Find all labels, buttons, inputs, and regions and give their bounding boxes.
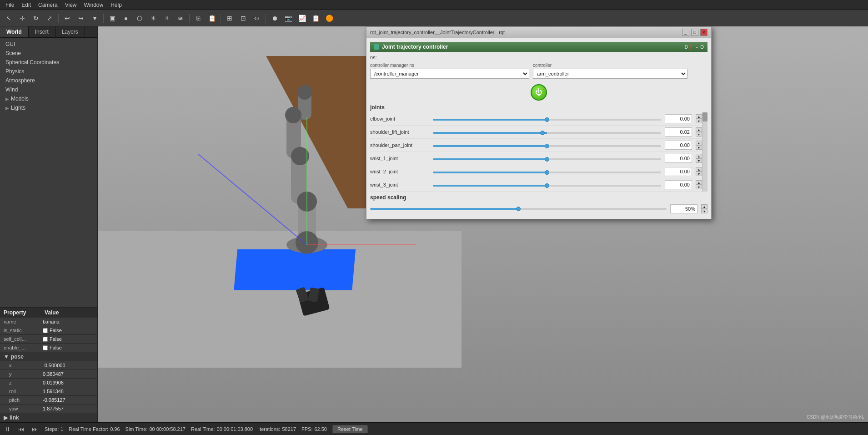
rqt-maximize-btn[interactable]: □ (691, 29, 698, 36)
rqt-power-btn[interactable]: ⏻ (531, 84, 547, 101)
rqt-spin-up-wrist2[interactable]: ▲ (696, 167, 702, 172)
tree-item-wind[interactable]: Wind (0, 85, 97, 94)
redo-arrow-btn[interactable]: ▾ (89, 12, 100, 24)
sun-btn[interactable]: ☀ (147, 12, 159, 24)
menu-help[interactable]: Help (107, 1, 125, 9)
menu-edit[interactable]: Edit (18, 1, 35, 9)
mesh-btn[interactable]: ⌗ (161, 12, 173, 24)
tree-item-physics[interactable]: Physics (0, 67, 97, 76)
paste-btn[interactable]: 📋 (206, 12, 218, 24)
copy-btn[interactable]: ⎘ (192, 12, 204, 24)
rqt-titlebar[interactable]: rqt_joint_trajectory_controller__JointTr… (366, 27, 711, 38)
rqt-spin-up-wrist3[interactable]: ▲ (696, 180, 702, 185)
rqt-dash-btn[interactable]: - (696, 45, 697, 50)
rqt-close-btn[interactable]: ✕ (700, 29, 707, 36)
fps-item: FPS: 62.50 (301, 426, 327, 432)
rqt-joint-val-shoulder-pan[interactable] (665, 141, 692, 150)
rqt-spin-up-shoulder-pan[interactable]: ▲ (696, 141, 702, 145)
rqt-scrollbar-thumb[interactable] (702, 112, 707, 121)
mirror-btn[interactable]: ⇔ (251, 12, 263, 24)
menu-window[interactable]: Window (80, 1, 107, 9)
select-tool-btn[interactable]: ↖ (3, 12, 15, 24)
rqt-x-btn[interactable]: O (700, 45, 704, 50)
enable-checkbox[interactable] (43, 345, 48, 350)
sphere-btn[interactable]: ● (120, 12, 132, 24)
rqt-joint-slider-elbow[interactable] (433, 119, 661, 121)
screenshot-btn[interactable]: 📷 (282, 12, 294, 24)
rqt-joint-slider-wrist2[interactable] (433, 172, 661, 173)
rqt-speed-spin-dn[interactable]: ▼ (701, 209, 707, 213)
rqt-spin-up-wrist1[interactable]: ▲ (696, 154, 702, 158)
prop-key-yaw: yaw (0, 405, 41, 413)
orange-indicator[interactable]: 🟠 (323, 12, 335, 24)
rqt-inner-title-text: Joint trajectory controller (382, 44, 448, 50)
translate-tool-btn[interactable]: ✛ (16, 12, 28, 24)
cylinder-btn[interactable]: ⬡ (134, 12, 146, 24)
prop-val-enable[interactable]: False (41, 344, 97, 352)
is-static-checkbox[interactable] (43, 328, 48, 333)
reset-time-btn[interactable]: Reset Time (332, 425, 368, 433)
tree-item-scene[interactable]: Scene (0, 49, 97, 58)
rqt-spin-up-elbow[interactable]: ▲ (696, 114, 702, 119)
self-coll-checkbox[interactable] (43, 337, 48, 342)
prop-val-self-coll[interactable]: False (41, 335, 97, 343)
pause-btn[interactable]: ⏸ (4, 425, 12, 433)
redo-btn[interactable]: ↪ (75, 12, 87, 24)
align-btn[interactable]: ⊞ (224, 12, 236, 24)
tree-item-models[interactable]: ▶ Models (0, 94, 97, 103)
menu-camera[interactable]: Camera (35, 1, 61, 9)
iterations-val: 58217 (282, 426, 296, 432)
step-back-btn[interactable]: ⏮ (17, 425, 25, 433)
rqt-joint-slider-wrist3[interactable] (433, 185, 661, 187)
rqt-window: rqt_joint_trajectory_controller__JointTr… (366, 26, 712, 219)
undo-btn[interactable]: ↩ (61, 12, 73, 24)
rqt-joint-val-wrist3[interactable] (665, 180, 692, 189)
rqt-spin-up-shoulder-lift[interactable]: ▲ (696, 127, 702, 132)
rqt-help-btn[interactable]: D❓ (685, 45, 693, 50)
box-btn[interactable]: ▣ (106, 12, 118, 24)
menu-file[interactable]: File (2, 1, 18, 9)
tab-layers[interactable]: Layers (55, 26, 85, 37)
viewport[interactable]: rqt_joint_trajectory_controller__JointTr… (98, 26, 868, 422)
tree-item-atmosphere[interactable]: Atmosphere (0, 76, 97, 85)
snap-btn[interactable]: ⊡ (237, 12, 249, 24)
rqt-joint-val-wrist2[interactable] (665, 167, 692, 176)
rqt-joints-scrollbar[interactable] (702, 112, 707, 192)
stripe-btn[interactable]: ≋ (175, 12, 186, 24)
rqt-spin-dn-wrist3[interactable]: ▼ (696, 185, 702, 189)
rqt-speed-val[interactable] (670, 204, 697, 213)
rqt-spin-dn-shoulder-lift[interactable]: ▼ (696, 132, 702, 137)
rqt-joint-val-shoulder-lift[interactable] (665, 127, 692, 137)
rotate-tool-btn[interactable]: ↻ (30, 12, 42, 24)
step-fwd-btn[interactable]: ⏭ (31, 425, 39, 433)
sep3 (189, 14, 190, 23)
rqt-joint-val-elbow[interactable] (665, 114, 692, 123)
rqt-ctrl-mgr-select[interactable]: /controller_manager (370, 69, 529, 79)
rqt-joint-slider-shoulder-pan[interactable] (433, 145, 661, 147)
rqt-ctrl-select[interactable]: arm_controller (533, 69, 687, 79)
tree-item-lights[interactable]: ▶ Lights (0, 103, 97, 112)
tab-insert[interactable]: Insert (29, 26, 55, 37)
rqt-joint-row-shoulder-pan: shoulder_pan_joint ▲ ▼ (370, 139, 702, 152)
rqt-spin-dn-shoulder-pan[interactable]: ▼ (696, 145, 702, 150)
graph-btn[interactable]: 📈 (296, 12, 308, 24)
record-btn[interactable]: ⏺ (269, 12, 281, 24)
rqt-joint-slider-shoulder-lift[interactable] (433, 132, 661, 134)
prop-val-is-static[interactable]: False (41, 326, 97, 334)
rqt-speed-slider[interactable] (370, 208, 667, 210)
menu-view[interactable]: View (61, 1, 80, 9)
rqt-spin-dn-elbow[interactable]: ▼ (696, 119, 702, 123)
rqt-joint-slider-wrist1[interactable] (433, 158, 661, 160)
rqt-minimize-btn[interactable]: _ (682, 29, 689, 36)
prop-section-link[interactable]: ▶ link (0, 413, 97, 422)
rqt-speed-spin-up[interactable]: ▲ (701, 204, 707, 209)
log-btn[interactable]: 📋 (310, 12, 321, 24)
prop-section-pose[interactable]: ▼ pose (0, 352, 97, 361)
rqt-spin-dn-wrist1[interactable]: ▼ (696, 158, 702, 163)
rqt-joint-val-wrist1[interactable] (665, 154, 692, 163)
rqt-spin-dn-wrist2[interactable]: ▼ (696, 172, 702, 176)
tree-item-gui[interactable]: GUI (0, 40, 97, 49)
scale-tool-btn[interactable]: ⤢ (44, 12, 55, 24)
tab-world[interactable]: World (0, 26, 29, 37)
tree-item-spherical[interactable]: Spherical Coordinates (0, 58, 97, 67)
